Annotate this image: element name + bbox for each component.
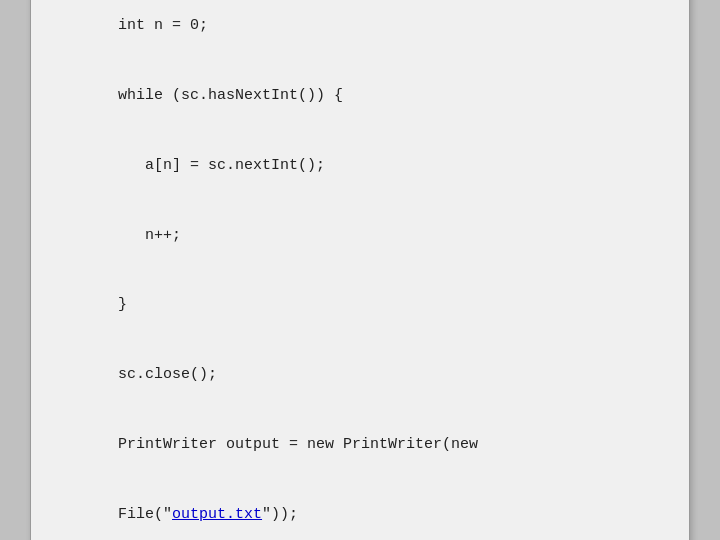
- line-12: PrintWriter output = new PrintWriter(new: [91, 436, 478, 453]
- code-block: public static void main(String[] args) t…: [55, 0, 665, 540]
- line-10: }: [91, 296, 127, 313]
- line-6: int n = 0;: [91, 17, 208, 34]
- code-container: public static void main(String[] args) t…: [30, 0, 690, 540]
- line-7: while (sc.hasNextInt()) {: [91, 87, 343, 104]
- line-9: n++;: [91, 227, 181, 244]
- line-13-post: "));: [262, 506, 298, 523]
- line-8: a[n] = sc.nextInt();: [91, 157, 325, 174]
- output-txt-link[interactable]: output.txt: [172, 506, 262, 523]
- line-11: sc.close();: [91, 366, 217, 383]
- line-13-pre: File(": [91, 506, 172, 523]
